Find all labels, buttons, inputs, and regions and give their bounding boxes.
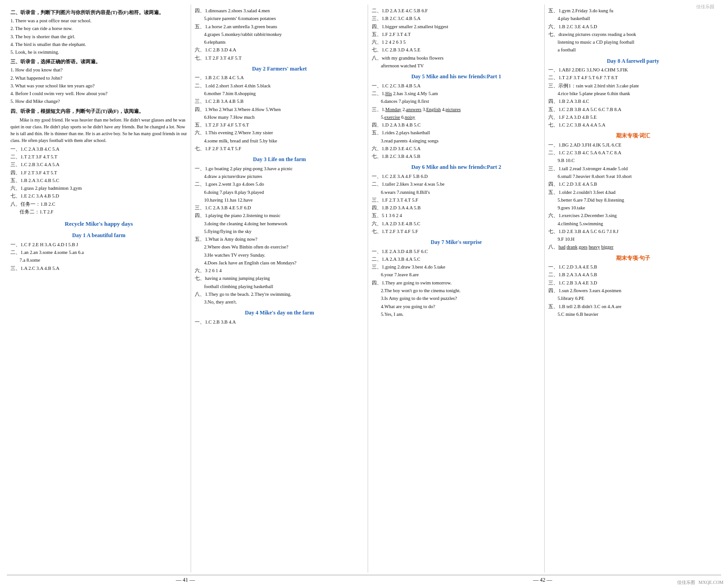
day8-3: 三、示例1：rain wait 2.bird shirt 3.cake plat… [548,82,718,90]
watermark-bottom: 佳佳乐图 MXQE.COM [677,579,723,586]
day3-2c: 10.having 11.has 12.have [195,197,364,204]
c3-day4-8: 八、with my grandma books flowers [372,55,541,62]
q3-4: 4. Before I could swim very well. How ab… [10,90,187,97]
c2-day1-6: 六、1.C 2.B 3.D 4.A [195,46,364,54]
day7-2: 二、1.A 2.A 3.B 4.A 5.C [372,256,541,263]
day2-3: 三、1.C 2.B 3.A 4.B 5.B [195,98,364,105]
ans-7: 七、1.E 2.C 3.A 4.B 5.D [10,193,187,200]
day6-2b: 6.wears 7.running 8.Bill's [372,189,541,196]
day6-title: Day 6 Mike and his new friends:Part 2 [372,163,541,172]
q3-1: 1. How did you know that? [10,66,187,74]
day8-6: 六、1.F 2.A 3.D 4.B 5.E [548,114,718,121]
day8-7: 七、1.C 2.C 3.B 4.A 4.A 5.A [548,122,718,129]
day3-4c: 5.flying/flying in the sky [195,228,364,235]
day3-5c: 3.He watches TV every Sunday. [195,252,364,259]
ans-8a: 八、任务一：1.B 2.C [10,201,187,208]
sp1-4: 四、1.C 2.D 3.E 4.A 5.B [548,181,718,188]
sp2-1: 一、1.C 2.D 3.A 4.E 5.B [548,264,718,271]
day3-8: 八、1.They go to the beach. 2.They're swim… [195,291,364,298]
ans-4: 四、1.F 2.T 3.F 4.T 5.T [10,169,187,177]
day5-3: 三、1.Monday 2.answers 3.English 4.picture… [372,106,541,113]
c3-day4-2: 二、1.D 2.A 3.E 4.C 5.B 6.F [372,7,541,15]
sp1-7b: 9.F 10.H [548,236,718,243]
day7-4d: 4.What are you going to do? [372,303,541,310]
ans-3: 三、1.C 2.B 3.C 4.A 5.A [10,161,187,168]
c2-day1-4b: 5.picture parents' 6.tomatoes potatoes [195,15,364,22]
day7-1: 一、1.E 2.A 3.D 4.B 5.F 6.C [372,248,541,255]
sp2-5b: 5.C mine 6.B heavier [548,311,718,318]
day8-3b: 4.rice bike 5.plane please 6.thin thank [548,90,718,97]
day6-3: 三、1.F 2.T 3.T 4.T 5.F [372,197,541,204]
day3-5d: 4.Does Jack have an English class on Mon… [195,259,364,267]
day3-2b: 6.doing 7.plays 8.play 9.played [195,189,364,196]
day1-ans-3: 三、1.A 2.C 3.A 4.B 5.A [10,265,187,272]
day3-1b: 4.draw a picture/draw pictures [195,173,364,180]
day5-5: 五、1.rides 2.plays basketball [372,129,541,137]
day7-4b: 2.The boy won't go to the cinema tonight… [372,287,541,294]
section-4-title: 四、听录音，根据短文内容，判断句子正(T)误(F)，该阅遍。 [10,107,187,115]
ans-5: 五、1.B 2.A 3.C 4.B 5.C [10,177,187,184]
c2-day1-5: 五、1.a horse 2.an umbrella 3.green beans [195,23,364,30]
day8-5: 五、1.C 2.B 3.B 4.A 5.C 6.C 7.B 8.A [548,106,718,113]
c4-day5-5b: 4.play basketball [548,15,718,22]
c4-day5-7: 七、drawing pictures crayons reading a boo… [548,31,718,38]
day3-4: 四、1.playing the piano 2.listening to mus… [195,212,364,219]
day8-4: 四、1.B 2.A 3.B 4.C [548,98,718,105]
column-4: 五、1.gym 2.Friday 3.do kung fu 4.play bas… [545,5,721,573]
day5-2: 二、1.His 2.has 3.sing 4.My 5.am [372,90,541,97]
sp1-3b: 6.small 7.heavier 8.short 9.eat 10.short [548,173,718,180]
day6-6: 六、1.A 2.D 3.E 4.B 5.C [372,220,541,228]
day3-5b: 2.Where does Wu Binbin often do exercise… [195,243,364,251]
day5-title: Day 5 Mike and his new friends:Part 1 [372,72,541,81]
day8-2: 二、1.T 2.F 3.T 4.F 5.T 6.F 7.T 8.T [548,74,718,81]
q2-2: 2. The boy can ride a horse now. [10,25,187,32]
day7-4c: 3.Is Amy going to do the word puzzles? [372,295,541,302]
c2-day1-5b: 4.grapes 5.monkey/rabbit rabbit/monkey [195,31,364,38]
sp2-5: 五、1.B tell 2.B didn't 3.C on 4.A are [548,303,718,310]
page-container: 佳佳乐园 二、听录音，判断下列图片与你所听所内容是(T)否(F)相符。读两遍。 … [0,0,728,588]
day3-8b: 3.No, they aren't. [195,299,364,306]
day7-3: 三、1.going 2.draw 3.best 4.do 5.take [372,264,541,271]
day3-1: 一、1.go boating 2.play ping-pong 3.have a… [195,165,364,172]
sp1-6: 六、1.exercises 2.December 3.sing [548,212,718,219]
bottom-bar: — 41 — — 42 — [7,575,721,583]
passage-text: Mike is my good friend. He was heavier t… [10,117,187,144]
column-1: 二、听录音，判断下列图片与你所听所内容是(T)否(F)相符。读两遍。 1. Th… [7,5,191,573]
section-2-title: 二、听录音，判断下列图片与你所听所内容是(T)否(F)相符。读两遍。 [10,9,187,16]
c2-day1-7: 七、1.T 2.F 3.T 4.F 5.T [195,55,364,62]
day3-7b: football climbing playing basketball [195,283,364,290]
sp1-7: 七、1.D 2.E 3.B 4.A 5.C 6.G 7.I 8.J [548,228,718,235]
c4-day5-7b: listening to music a CD playing football [548,39,718,46]
special2-title: 期末专项·句子 [548,254,718,263]
sp2-3: 三、1.C 2.B 3.A 4.E 3.D [548,279,718,287]
day3-7: 七、having a running jumping playing [195,275,364,282]
day7-4e: 5.Yes, I am. [372,311,541,318]
day8-title: Day 8 A farewell party [548,57,718,66]
day2-4b: 6.How many 7.How much [195,114,364,121]
c3-day4-6: 六、1 2 4 2 6 3 5 [372,39,541,46]
sp1-6b: 4.climbing 5.swimming [548,220,718,228]
page-num-right: — 42 — [364,577,721,583]
watermark-top: 佳佳乐园 [696,4,714,10]
q3-3: 3. What was your school like ten years a… [10,82,187,90]
sp1-5c: 9.goes 10.take [548,204,718,212]
day7-3b: 6.your 7.leave 8.are [372,271,541,279]
watermark-url: MXQE.COM [698,580,723,585]
c4-day5-6: 六、1.B 2.C 3.E 4.A 5.D [548,23,718,30]
day4-title: Day 4 Mike's day on the farm [195,309,364,317]
day5-1: 一、1.C 2.C 3.B 4.B 5.A [372,82,541,90]
day6-1: 一、1.C 2.E 3.A 4.F 5.B 6.D [372,173,541,180]
day5-2b: 6.dances 7.playing 8.first [372,98,541,105]
special1-title: 期末专项·词汇 [548,132,718,140]
c3-day4-3: 三、1.B 2.C 3.C 4.B 5.A [372,15,541,22]
q2-4: 4. The bird is smaller than the elephant… [10,41,187,48]
day2-7: 七、1.F 2.F 3.T 4.T 5.F [195,145,364,152]
sp1-1: 一、1.BG 2.AD 3.FH 4.IK 5.JL 6.CE [548,142,718,149]
day3-6: 六、3 2 6 1 4 [195,267,364,274]
day5-4: 四、1.D 2.A 3.B 4.B 5.C [372,122,541,129]
sp2-2: 二、1.B 2.A 3.A 4.A 5.B [548,271,718,279]
watermark-logo-text: 佳佳乐图 [677,580,695,585]
column-3: 二、1.D 2.A 3.E 4.C 5.B 6.F 三、1.B 2.C 3.C … [368,5,545,573]
day4-1: 一、1.C 2.B 3.B 4.A [195,319,364,326]
day3-2: 二、1.goes 2.went 3.go 4.does 5.do [195,181,364,188]
